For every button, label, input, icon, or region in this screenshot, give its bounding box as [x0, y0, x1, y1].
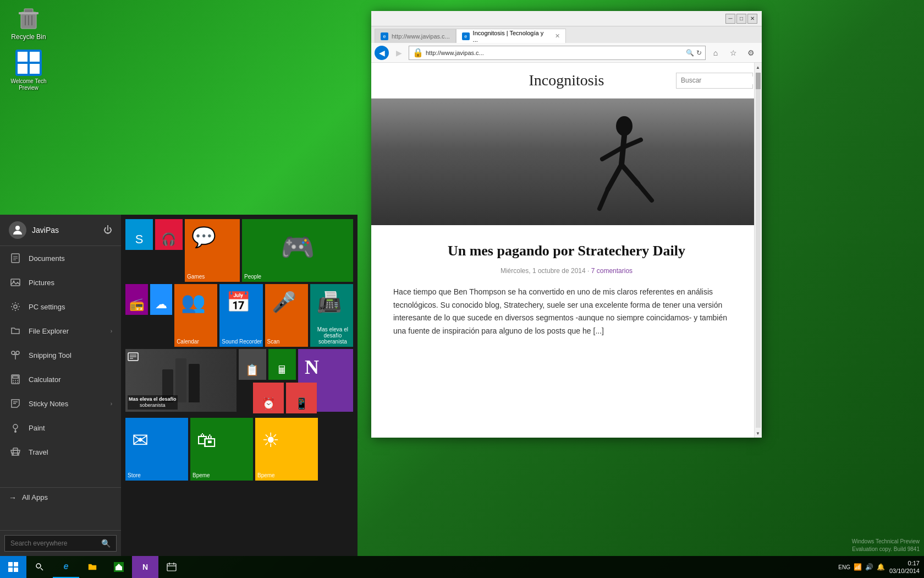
pc-settings-icon [9, 300, 22, 313]
alarm-tile[interactable]: ⏰ [253, 383, 284, 413]
back-button[interactable]: ◀ [375, 46, 389, 60]
tab-label-1: http://www.javipas.c... [392, 33, 450, 40]
svg-rect-57 [116, 566, 122, 570]
svg-point-35 [17, 380, 18, 381]
paint-icon [9, 421, 22, 434]
cloud-tile[interactable]: ☁ [150, 284, 173, 315]
nav-documents[interactable]: Documents [0, 246, 121, 270]
keyboard-indicator[interactable]: ENG [838, 564, 850, 570]
search-input[interactable] [10, 539, 98, 547]
search-box[interactable]: 🔍 [4, 535, 117, 552]
svg-rect-51 [14, 562, 18, 566]
browser-tab-1[interactable]: e http://www.javipas.c... [375, 29, 456, 43]
clock-display[interactable]: 0:17 03/10/2014 [889, 559, 920, 575]
forward-button[interactable]: ▶ [391, 45, 406, 61]
svg-point-19 [15, 226, 20, 230]
games-tile[interactable]: 🎮 People [242, 219, 353, 282]
welcome-icon[interactable]: Welcome Tech Preview [7, 50, 51, 91]
nav-paint[interactable]: Paint [0, 416, 121, 440]
scan-tile[interactable]: 📠 Mas eleva el desafío soberanista [310, 284, 353, 347]
scroll-track[interactable] [756, 73, 761, 428]
radio-tile[interactable]: 📻 [125, 284, 148, 315]
scroll-thumb[interactable] [756, 73, 761, 89]
nav-calculator[interactable]: Calculator [0, 367, 121, 391]
address-bar[interactable]: 🔒 🔍 ↻ [409, 46, 706, 60]
taskbar-search-button[interactable] [26, 556, 53, 578]
svg-point-28 [16, 351, 19, 355]
network-icon[interactable]: 📶 [854, 563, 862, 571]
browser-scrollbar[interactable]: ▲ ▼ [754, 63, 762, 438]
all-apps-button[interactable]: → All Apps [0, 487, 121, 508]
scroll-down-button[interactable]: ▼ [755, 429, 761, 438]
nav-pc-settings[interactable]: PC settings [0, 295, 121, 319]
calc-tile-2[interactable]: 🖩 [268, 349, 296, 380]
internet-explorer-button[interactable]: e [53, 556, 79, 578]
svg-line-13 [602, 148, 622, 159]
store-tile[interactable]: 🛍 Bpeme [190, 418, 253, 481]
article-comments[interactable]: 7 comentarios [591, 267, 632, 275]
taskbar-calendar-button[interactable] [158, 556, 185, 578]
mail-label: Store [128, 472, 141, 478]
scroll-up-button[interactable]: ▲ [755, 63, 761, 72]
tab-favicon-1: e [381, 32, 388, 40]
svg-rect-52 [8, 568, 13, 572]
settings-button[interactable]: ⚙ [743, 45, 758, 61]
notifications-icon[interactable]: 🔔 [877, 563, 885, 571]
nav-file-explorer[interactable]: File Explorer › [0, 319, 121, 343]
sound-recorder-tile[interactable]: 🎤 Scan [265, 284, 308, 347]
browser-tab-2[interactable]: e Incognitosis | Tecnología y ... ✕ [456, 29, 566, 43]
close-button[interactable]: ✕ [747, 14, 757, 24]
sticky-notes-icon [9, 397, 22, 410]
svg-point-38 [17, 382, 18, 383]
news-headline-2: soberanista [129, 402, 177, 408]
sound-recorder-label: Scan [267, 339, 280, 345]
url-input[interactable] [426, 50, 686, 56]
nav-pictures[interactable]: Pictures [0, 270, 121, 295]
mail-tile[interactable]: ✉ Store [125, 418, 188, 481]
sound-recorder-icon: 🎤 [272, 291, 296, 314]
tab-close-button[interactable]: ✕ [555, 32, 560, 40]
start-button[interactable] [0, 556, 26, 578]
nav-sticky-notes[interactable]: Sticky Notes › [0, 391, 121, 416]
people-tile[interactable]: 👥 Calendar [174, 284, 217, 347]
volume-icon[interactable]: 🔊 [865, 563, 873, 571]
nav-snipping-tool[interactable]: Snipping Tool [0, 343, 121, 367]
phone-tile[interactable]: 📱 [286, 383, 317, 413]
news-icon [128, 351, 139, 363]
skype-tile[interactable]: S [125, 219, 153, 250]
recycle-bin-icon[interactable]: Recycle Bin [7, 4, 51, 41]
scan-icon: 📠 [317, 291, 342, 314]
taskbar-onenote-button[interactable]: N [132, 556, 158, 578]
home-button[interactable]: ⌂ [708, 45, 723, 61]
nav-travel[interactable]: Travel [0, 440, 121, 464]
file-explorer-button[interactable] [79, 556, 106, 578]
browser-window: ─ □ ✕ e http://www.javipas.c... e Incogn… [371, 11, 762, 438]
calculator-icon [9, 373, 22, 386]
refresh-icon[interactable]: ↻ [696, 49, 702, 57]
hero-silhouette [569, 110, 679, 220]
blog-title: Incognitosis [457, 72, 676, 89]
minimize-button[interactable]: ─ [725, 14, 735, 24]
watermark-line1: Windows Technical Preview [852, 538, 920, 546]
svg-point-26 [14, 305, 17, 308]
favorites-button[interactable]: ☆ [725, 45, 741, 61]
taskbar-store-button[interactable] [106, 556, 132, 578]
music-tile[interactable]: 🎧 [155, 219, 183, 250]
bpeme-label: Bpeme [257, 472, 275, 478]
svg-line-17 [600, 189, 608, 209]
news-headline-1: Mas eleva el desafío [129, 396, 177, 402]
svg-point-36 [13, 382, 14, 383]
svg-rect-58 [167, 564, 176, 571]
blog-search[interactable]: 🔍 [676, 73, 753, 89]
radio-icon: 📻 [129, 297, 144, 312]
bpeme-tile[interactable]: ☀ Bpeme [255, 418, 318, 481]
news-tile[interactable]: Mas eleva el desafío soberanista [125, 349, 237, 412]
windows-feedback-tile[interactable]: 💬 Games [185, 219, 240, 282]
user-avatar[interactable] [9, 221, 26, 239]
notes-tile[interactable]: 📋 [239, 349, 266, 380]
file-explorer-icon [9, 324, 22, 337]
maximize-button[interactable]: □ [736, 14, 746, 24]
blog-search-input[interactable] [681, 77, 762, 84]
power-button[interactable]: ⏻ [103, 225, 112, 235]
calendar-tile[interactable]: 📅 Sound Recorder [219, 284, 262, 347]
